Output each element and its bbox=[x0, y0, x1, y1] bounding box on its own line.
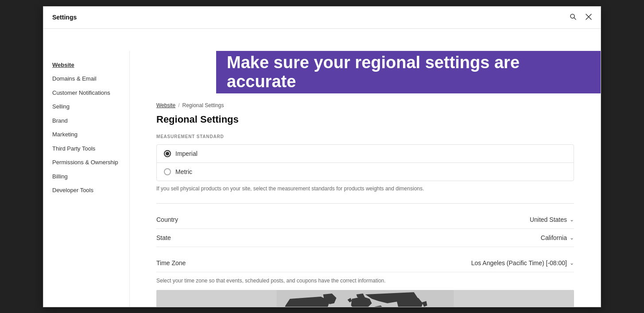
settings-title: Settings bbox=[43, 14, 77, 21]
breadcrumb-current: Regional Settings bbox=[182, 102, 224, 108]
timezone-select-row: Time Zone Los Angeles (Pacific Time) [-0… bbox=[156, 254, 574, 272]
sidebar-item-selling[interactable]: Selling bbox=[43, 100, 129, 114]
timezone-value: Los Angeles (Pacific Time) [-08:00] bbox=[471, 259, 567, 267]
close-icon bbox=[586, 14, 592, 20]
sidebar-item-billing[interactable]: Billing bbox=[43, 170, 129, 184]
state-label: State bbox=[156, 234, 541, 241]
sidebar-item-brand[interactable]: Brand bbox=[43, 114, 129, 128]
country-label: Country bbox=[156, 216, 530, 223]
breadcrumb-separator: / bbox=[178, 102, 179, 108]
banner: Make sure your regional settings are acc… bbox=[216, 51, 601, 93]
outer-frame: Settings Websit bbox=[0, 0, 644, 313]
timezone-chevron-icon: ⌄ bbox=[570, 260, 574, 266]
sidebar-item-customer-notifications[interactable]: Customer Notifications bbox=[43, 86, 129, 100]
country-select[interactable]: United States ⌄ bbox=[530, 216, 574, 223]
search-icon bbox=[570, 13, 577, 20]
breadcrumb-website[interactable]: Website bbox=[156, 102, 175, 108]
state-row: State California ⌄ bbox=[156, 229, 574, 247]
sidebar-item-permissions-ownership[interactable]: Permissions & Ownership bbox=[43, 155, 129, 170]
settings-window: Settings Websit bbox=[43, 6, 601, 307]
timezone-row: Time Zone Los Angeles (Pacific Time) [-0… bbox=[156, 247, 574, 307]
search-button[interactable] bbox=[568, 12, 578, 23]
state-select[interactable]: California ⌄ bbox=[541, 234, 574, 241]
divider-1 bbox=[156, 203, 574, 204]
radio-imperial[interactable]: Imperial bbox=[157, 145, 574, 163]
measurement-label: MEASUREMENT STANDARD bbox=[156, 134, 574, 139]
timezone-label: Time Zone bbox=[156, 259, 471, 267]
map-svg bbox=[156, 290, 574, 307]
main-area: Website Domains & Email Customer Notific… bbox=[43, 51, 601, 307]
sidebar-item-website[interactable]: Website bbox=[43, 58, 129, 72]
sidebar-item-developer-tools[interactable]: Developer Tools bbox=[43, 183, 129, 197]
content-area: Make sure your regional settings are acc… bbox=[130, 51, 601, 307]
metric-label: Metric bbox=[175, 168, 192, 175]
close-button[interactable] bbox=[584, 12, 594, 23]
top-bar: Settings bbox=[43, 7, 601, 29]
radio-metric[interactable]: Metric bbox=[157, 163, 574, 181]
imperial-label: Imperial bbox=[175, 150, 198, 157]
timezone-help-text: Select your time zone so that events, sc… bbox=[156, 277, 574, 285]
state-value: California bbox=[541, 234, 567, 241]
content-inner: Website / Regional Settings Regional Set… bbox=[130, 93, 601, 307]
sidebar-item-domains-email[interactable]: Domains & Email bbox=[43, 72, 129, 86]
sidebar: Website Domains & Email Customer Notific… bbox=[43, 51, 130, 307]
sidebar-item-marketing[interactable]: Marketing bbox=[43, 128, 129, 142]
svg-line-1 bbox=[574, 18, 576, 19]
imperial-radio-button[interactable] bbox=[164, 150, 171, 157]
measurement-help-text: If you sell physical products on your si… bbox=[156, 185, 574, 193]
world-map[interactable] bbox=[156, 290, 574, 307]
country-chevron-icon: ⌄ bbox=[570, 216, 574, 223]
measurement-radio-group: Imperial Metric bbox=[156, 144, 574, 181]
country-row: Country United States ⌄ bbox=[156, 211, 574, 229]
metric-radio-button[interactable] bbox=[164, 168, 171, 175]
timezone-select[interactable]: Los Angeles (Pacific Time) [-08:00] ⌄ bbox=[471, 259, 574, 267]
breadcrumb: Website / Regional Settings bbox=[156, 102, 574, 108]
state-chevron-icon: ⌄ bbox=[570, 235, 574, 241]
top-bar-actions bbox=[568, 12, 601, 23]
country-value: United States bbox=[530, 216, 567, 223]
page-title: Regional Settings bbox=[156, 114, 574, 125]
sidebar-item-third-party-tools[interactable]: Third Party Tools bbox=[43, 142, 129, 156]
